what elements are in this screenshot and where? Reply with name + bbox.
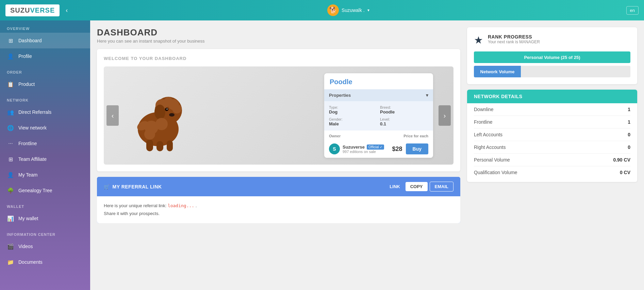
carousel-content: Poodle Properties ▾ Type: Dog [104,66,453,165]
prop-gender-value: Male [329,121,377,126]
price-value: $28 [392,146,402,153]
sidebar-item-frontline[interactable]: ···Frontline [0,136,90,151]
network-volume-bar: Network Volume [474,66,521,77]
sidebar-item-view-network[interactable]: 🌐View network [0,120,90,136]
buy-button[interactable]: Buy [406,143,428,154]
referral-link-button[interactable]: LINK [386,182,403,191]
prop-gender-label: Gender: [329,117,377,121]
network-row-label: Frontline [474,119,492,125]
personal-volume-bar-container: Personal Volume (25 of 25) [474,51,630,63]
referral-body: Here is your unique referral link: loadi… [97,196,460,223]
sidebar-icon-team-affiliate: ⊞ [7,155,14,163]
prop-level-label: Level: [380,117,428,121]
owner-name: Suzuverse [343,144,365,150]
sidebar-item-profile[interactable]: 👤Profile [0,48,90,64]
svg-rect-11 [156,141,163,151]
language-button[interactable]: en [626,6,639,15]
carousel: ‹ [104,66,453,165]
sidebar-label-profile: Profile [18,54,32,59]
referral-cart-icon: 🛒 [104,184,110,189]
properties-dropdown-icon[interactable]: ▾ [426,93,428,98]
sidebar-icon-genealogy-tree: 🌳 [7,187,14,194]
referral-header: 🛒 MY REFERRAL LINK LINK COPY EMAIL [97,177,460,196]
sidebar-section-information-center: INFORMATION CENTER [0,226,90,239]
carousel-right-button[interactable]: › [439,105,451,126]
sidebar-label-my-wallet: My wallet [18,216,38,221]
svg-point-5 [172,104,182,113]
owner-label: Owner [329,134,341,138]
collapse-sidebar-button[interactable]: ‹ [63,5,70,15]
prop-level: Level: 0.1 [380,117,428,126]
referral-card: 🛒 MY REFERRAL LINK LINK COPY EMAIL Here … [97,177,460,223]
owner-avatar: S [329,143,340,154]
sidebar-label-my-team: My Team [18,172,38,178]
sidebar-item-product[interactable]: 📋Product [0,76,90,92]
main-layout: OVERVIEW⊞Dashboard👤ProfileORDER📋ProductN… [0,20,644,290]
network-row-value: 0 [628,144,630,150]
sidebar: OVERVIEW⊞Dashboard👤ProfileORDER📋ProductN… [0,20,90,290]
svg-point-9 [167,109,168,110]
personal-volume-bar: Personal Volume (25 of 25) [474,51,630,63]
logo-verse: VERSE [30,6,55,14]
svg-rect-12 [167,140,173,151]
page-title-area: DASHBOARD Here you can see an instant sn… [97,27,460,44]
personal-volume-label: Personal Volume (25 of 25) [524,55,580,60]
network-row-label: Downline [474,107,494,112]
network-row-value: 1 [628,119,630,125]
prop-level-value: 0.1 [380,121,428,126]
network-row-label: Right Accounts [474,144,506,150]
owner-details: Suzuverse Official ✓ 997 editions on sal… [343,144,384,154]
referral-actions: LINK COPY EMAIL [386,182,453,192]
sidebar-section-network: NETWORK [0,92,90,104]
network-row-value: 1 [628,107,630,112]
network-row-label: Personal Volume [474,157,510,163]
chevron-down-icon: ▾ [367,8,369,13]
sidebar-item-documents[interactable]: 📁Documents [0,254,90,270]
referral-loading: loading... [168,203,194,208]
sidebar-item-my-wallet[interactable]: 📊My wallet [0,211,90,226]
rank-title: RANK PROGRESS [488,34,540,40]
welcome-card: WELCOME TO YOUR DASHBOARD ‹ [97,49,460,171]
carousel-left-button[interactable]: ‹ [106,105,119,126]
prop-type-label: Type: [329,105,377,109]
sidebar-icon-videos: 🎬 [7,243,14,250]
sidebar-label-videos: Videos [18,244,33,249]
prop-breed-label: Breed: [380,105,428,109]
sidebar-item-my-team[interactable]: 👤My Team [0,167,90,183]
network-details-card: NETWORK DETAILS Downline1Frontline1Left … [467,90,637,182]
sidebar-label-genealogy-tree: Genealogy Tree [18,188,52,193]
sidebar-item-videos[interactable]: 🎬Videos [0,239,90,254]
network-row: Frontline1 [474,116,630,128]
owner-info: S Suzuverse Official ✓ 997 editions on s… [329,143,384,154]
referral-copy-button[interactable]: COPY [406,182,428,191]
official-badge: Official ✓ [367,144,384,150]
content-area: DASHBOARD Here you can see an instant sn… [90,20,644,290]
rank-card: ★ RANK PROGRESS Your next rank is MANAGE… [467,27,637,84]
network-row-value: 0.90 CV [613,157,630,163]
rank-subtitle: Your next rank is MANAGER [488,40,540,44]
referral-text-1: Here is your unique referral link: loadi… [104,202,453,210]
sidebar-item-dashboard[interactable]: ⊞Dashboard [0,33,90,48]
product-name: Poodle [324,73,433,89]
sidebar-item-team-affiliate[interactable]: ⊞Team Affiliate [0,151,90,167]
network-row: Downline1 [474,103,630,116]
referral-text-2: Share it with your prospects. [104,210,453,217]
properties-grid: Type: Dog Breed: Poodle Gender: Male [324,101,433,131]
user-area[interactable]: 🐕 Suzuwalk . ▾ [327,4,369,16]
svg-point-7 [169,113,175,117]
welcome-card-title: WELCOME TO YOUR DASHBOARD [104,56,453,61]
sidebar-icon-product: 📋 [7,80,14,88]
page-subtitle: Here you can see an instant snapshot of … [97,39,460,44]
rank-star-icon: ★ [474,34,483,46]
sidebar-item-genealogy-tree[interactable]: 🌳Genealogy Tree [0,183,90,198]
network-volume-label: Network Volume [480,69,515,74]
right-panel: ★ RANK PROGRESS Your next rank is MANAGE… [467,27,637,283]
price-buy-area: $28 Buy [392,143,429,154]
sidebar-icon-my-wallet: 📊 [7,215,14,222]
network-row: Left Accounts0 [474,128,630,141]
referral-email-button[interactable]: EMAIL [430,182,453,192]
sidebar-label-view-network: View network [18,125,47,131]
sidebar-item-direct-referrals[interactable]: 👥Direct Referrals [0,104,90,120]
avatar: 🐕 [327,4,339,16]
sidebar-icon-view-network: 🌐 [7,124,14,132]
